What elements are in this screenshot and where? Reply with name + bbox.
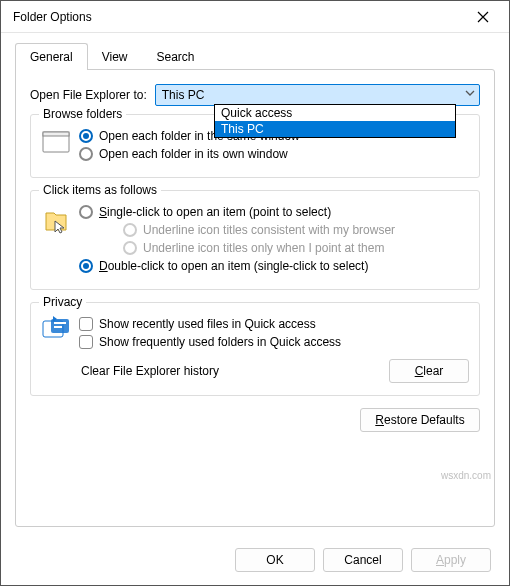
apply-button[interactable]: Apply (411, 548, 491, 572)
open-explorer-dropdown[interactable]: Quick access This PC (214, 104, 456, 138)
dialog-footer: OK Cancel Apply (1, 541, 509, 585)
close-button[interactable] (461, 2, 505, 32)
radio-own-window-row[interactable]: Open each folder in its own window (79, 147, 469, 161)
restore-defaults-row: Restore Defaults (30, 408, 480, 432)
folder-window-icon (41, 127, 71, 157)
cursor-folder-icon (41, 207, 71, 237)
open-explorer-combobox[interactable]: This PC (155, 84, 480, 106)
clear-button[interactable]: Clear (389, 359, 469, 383)
privacy-icon (41, 315, 71, 383)
radio-same-window[interactable] (79, 129, 93, 143)
radio-single-click[interactable] (79, 205, 93, 219)
titlebar: Folder Options (1, 1, 509, 33)
restore-defaults-button[interactable]: Restore Defaults (360, 408, 480, 432)
radio-double-click-row[interactable]: Double-click to open an item (single-cli… (79, 259, 469, 273)
folder-options-window: Folder Options General View Search Open … (0, 0, 510, 586)
radio-underline-browser-label: Underline icon titles consistent with my… (143, 223, 395, 237)
radio-underline-point-row: Underline icon titles only when I point … (123, 241, 469, 255)
tab-view[interactable]: View (87, 43, 143, 70)
radio-own-window-label: Open each folder in its own window (99, 147, 288, 161)
svg-rect-4 (54, 322, 66, 324)
radio-double-click-label: Double-click to open an item (single-cli… (99, 259, 368, 273)
checkbox-frequent-folders-row[interactable]: Show frequently used folders in Quick ac… (79, 335, 469, 349)
watermark: wsxdn.com (441, 470, 491, 481)
radio-underline-point (123, 241, 137, 255)
browse-folders-legend: Browse folders (39, 107, 126, 121)
checkbox-recent-files-label: Show recently used files in Quick access (99, 317, 316, 331)
open-explorer-row: Open File Explorer to: This PC (30, 84, 480, 106)
close-icon (477, 11, 489, 23)
tabstrip: General View Search (15, 43, 495, 70)
clear-history-row: Clear File Explorer history Clear (79, 359, 469, 383)
radio-single-click-label: Single-click to open an item (point to s… (99, 205, 331, 219)
radio-underline-browser (123, 223, 137, 237)
checkbox-recent-files-row[interactable]: Show recently used files in Quick access (79, 317, 469, 331)
open-explorer-value: This PC (162, 88, 205, 102)
radio-underline-point-label: Underline icon titles only when I point … (143, 241, 384, 255)
checkbox-recent-files[interactable] (79, 317, 93, 331)
radio-single-click-row[interactable]: Single-click to open an item (point to s… (79, 205, 469, 219)
tab-general[interactable]: General (15, 43, 88, 70)
tab-panel-general: Open File Explorer to: This PC Quick acc… (15, 69, 495, 527)
dropdown-option-this-pc[interactable]: This PC (215, 121, 455, 137)
click-items-legend: Click items as follows (39, 183, 161, 197)
client-area: General View Search Open File Explorer t… (1, 33, 509, 541)
checkbox-frequent-folders[interactable] (79, 335, 93, 349)
tab-search[interactable]: Search (142, 43, 210, 70)
svg-rect-5 (54, 326, 62, 328)
clear-history-label: Clear File Explorer history (81, 364, 219, 378)
cancel-button[interactable]: Cancel (323, 548, 403, 572)
checkbox-frequent-folders-label: Show frequently used folders in Quick ac… (99, 335, 341, 349)
dropdown-option-quick-access[interactable]: Quick access (215, 105, 455, 121)
window-title: Folder Options (13, 10, 461, 24)
svg-rect-1 (43, 132, 69, 136)
ok-button[interactable]: OK (235, 548, 315, 572)
click-items-group: Click items as follows Single-click to o… (30, 190, 480, 290)
privacy-legend: Privacy (39, 295, 86, 309)
radio-own-window[interactable] (79, 147, 93, 161)
privacy-group: Privacy Show recently used files in Quic… (30, 302, 480, 396)
radio-underline-browser-row: Underline icon titles consistent with my… (123, 223, 469, 237)
radio-double-click[interactable] (79, 259, 93, 273)
chevron-down-icon (465, 88, 475, 98)
open-explorer-label: Open File Explorer to: (30, 88, 147, 102)
